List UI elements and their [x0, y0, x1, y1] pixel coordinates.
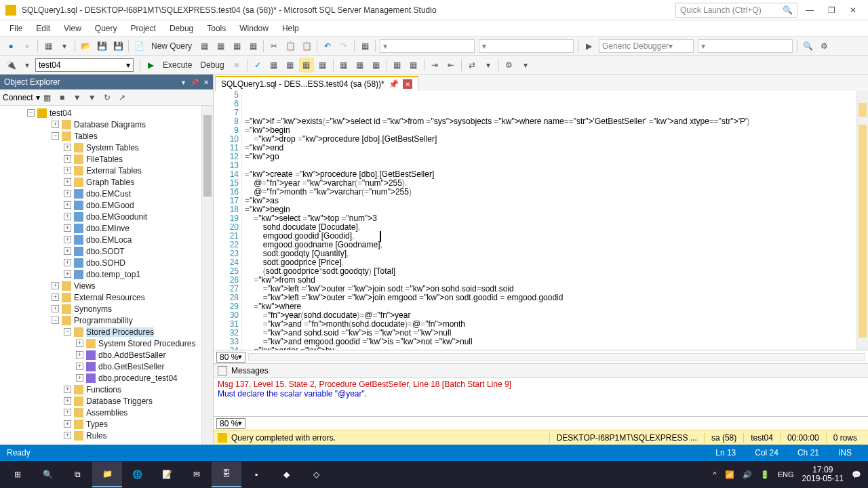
back-button[interactable]: ● — [3, 39, 18, 54]
refresh-button[interactable]: ↻ — [100, 91, 114, 104]
editor-scrollbar[interactable] — [856, 91, 868, 350]
search-button[interactable]: 🔍 — [33, 462, 62, 487]
tree-expander[interactable]: + — [64, 409, 71, 416]
close-panel-icon[interactable]: ✕ — [203, 79, 209, 86]
messages-tab[interactable]: Messages — [214, 363, 868, 378]
menu-window[interactable]: Window — [233, 22, 275, 35]
include-client-stats-button[interactable]: ▦ — [315, 58, 330, 73]
tree-expander[interactable]: + — [64, 144, 71, 151]
maximize-button[interactable]: ❐ — [822, 3, 841, 17]
app-button[interactable]: ◆ — [271, 462, 301, 487]
process-dropdown[interactable]: ▾ — [698, 39, 793, 53]
horizontal-scrollbar[interactable] — [248, 353, 865, 361]
tray-network-icon[interactable]: 📶 — [721, 470, 738, 479]
mdx-query-button[interactable]: ▦ — [213, 39, 228, 54]
document-tab[interactable]: SQLQuery1.sql - DES...ESS.test04 (sa (58… — [215, 76, 418, 91]
tree-node-label[interactable]: System Tables — [86, 143, 139, 152]
tree-node-label[interactable]: System Stored Procedures — [98, 339, 195, 348]
tree-expander[interactable]: + — [64, 190, 71, 197]
stop-button[interactable]: ■ — [56, 91, 69, 104]
properties-button[interactable]: ▦ — [357, 39, 372, 54]
app2-button[interactable]: ◇ — [301, 462, 331, 487]
tree-node-label[interactable]: dbo.EMInve — [86, 224, 130, 233]
tree-node-label[interactable]: Functions — [86, 385, 121, 394]
tree-scrollbar[interactable] — [201, 106, 213, 445]
tree-expander[interactable]: + — [52, 293, 59, 301]
tree-expander[interactable]: + — [64, 259, 71, 266]
uncomment-button[interactable]: ▦ — [406, 58, 421, 73]
notes-button[interactable]: 📝 — [152, 462, 182, 487]
menu-project[interactable]: Project — [124, 22, 163, 35]
tree-expander[interactable]: − — [27, 109, 35, 117]
intellisense-button[interactable]: ▾ — [518, 58, 533, 73]
connect-dropdown-icon[interactable]: ▾ — [36, 93, 40, 102]
tree-expander[interactable]: + — [64, 397, 71, 405]
start-button[interactable]: ⊞ — [3, 462, 33, 487]
tree-expander[interactable]: + — [76, 374, 83, 382]
tree-expander[interactable]: + — [64, 155, 71, 163]
menu-file[interactable]: File — [3, 22, 29, 35]
menu-help[interactable]: Help — [275, 22, 306, 35]
copy-button[interactable]: 📋 — [283, 39, 298, 54]
tree-node-label[interactable]: dbo.temp_top1 — [86, 270, 140, 279]
file-explorer-button[interactable]: 📁 — [92, 462, 122, 487]
chrome-button[interactable]: 🌐 — [122, 462, 152, 487]
tree-expander[interactable]: + — [64, 178, 71, 186]
open-file-button[interactable]: 📂 — [78, 39, 93, 54]
tree-node-label[interactable]: Assemblies — [86, 408, 127, 418]
tree-node-label[interactable]: dbo.SODT — [86, 247, 125, 256]
tree-node-label[interactable]: dbo.EMLoca — [86, 235, 132, 245]
connect-label[interactable]: Connect — [3, 93, 33, 102]
tree-expander[interactable]: + — [76, 340, 83, 347]
script-button[interactable]: ↗ — [115, 91, 129, 104]
tree-expander[interactable]: + — [64, 224, 71, 232]
cut-button[interactable]: ✂ — [267, 39, 281, 54]
include-stats-button[interactable]: ▦ — [299, 58, 314, 73]
dropdown-icon[interactable]: ▾ — [182, 79, 185, 86]
redo-button[interactable]: ↷ — [336, 39, 351, 54]
tree-node-label[interactable]: External Resources — [74, 293, 145, 302]
messages-panel[interactable]: Msg 137, Level 15, State 2, Procedure Ge… — [214, 378, 868, 416]
outdent-button[interactable]: ⇤ — [443, 58, 458, 73]
query-options-button[interactable]: ⚙ — [502, 58, 517, 73]
object-tree[interactable]: −test04+Database Diagrams−Tables+System … — [0, 106, 213, 445]
tree-node-label[interactable]: Graph Tables — [86, 178, 134, 187]
filter2-button[interactable]: ▼ — [85, 91, 99, 104]
tree-node-label[interactable]: Synonyms — [74, 304, 112, 314]
comment-button[interactable]: ▦ — [390, 58, 405, 73]
ssms-button[interactable]: 🗄 — [212, 462, 241, 487]
pin-icon[interactable]: 📌 — [191, 79, 199, 86]
tray-notifications-icon[interactable]: 💬 — [848, 470, 865, 479]
tab-pin-icon[interactable]: 📌 — [389, 79, 399, 89]
tray-volume-icon[interactable]: 🔊 — [738, 470, 756, 479]
tree-expander[interactable]: + — [64, 270, 71, 278]
new-query-button[interactable]: New Query — [147, 39, 196, 54]
tree-node-label[interactable]: External Tables — [86, 166, 142, 176]
results-grid-button[interactable]: ▦ — [353, 58, 368, 73]
task-view-button[interactable]: ⧉ — [62, 462, 92, 487]
menu-tools[interactable]: Tools — [200, 22, 233, 35]
results-file-button[interactable]: ▦ — [369, 58, 384, 73]
menu-debug[interactable]: Debug — [163, 22, 200, 35]
tree-node-label[interactable]: Tables — [74, 131, 98, 141]
save-all-button[interactable]: 💾 — [111, 39, 125, 54]
tree-node-label[interactable]: Programmability — [74, 316, 133, 325]
include-plan-button[interactable]: ▦ — [283, 58, 298, 73]
tree-expander[interactable]: + — [76, 363, 83, 370]
code-editor[interactable]: 5678910111213141516171819202122232425262… — [214, 91, 868, 350]
tree-node-label[interactable]: dbo.AddBestSaller — [98, 350, 165, 360]
tree-expander[interactable]: + — [64, 201, 71, 209]
tree-expander[interactable]: + — [64, 247, 71, 255]
solution-platform-dropdown[interactable]: ▾ — [479, 39, 574, 53]
mail-button[interactable]: ✉ — [182, 462, 212, 487]
code-content[interactable]: ="kw">if ="kw">exists(="kw">select id ="… — [242, 91, 868, 350]
tree-expander[interactable]: + — [52, 121, 59, 128]
tree-node-label[interactable]: Database Diagrams — [74, 120, 146, 129]
db-engine-query-button[interactable]: ▦ — [197, 39, 212, 54]
paste-button[interactable]: 📋 — [299, 39, 314, 54]
find-button[interactable]: 🔍 — [800, 39, 815, 54]
tree-node-label[interactable]: dbo.GetBestSeller — [98, 362, 164, 371]
debugger-dropdown[interactable]: Generic Debugger ▾ — [599, 39, 694, 53]
tray-language[interactable]: ENG — [774, 470, 798, 479]
disconnect-button[interactable]: ▦ — [41, 91, 54, 104]
